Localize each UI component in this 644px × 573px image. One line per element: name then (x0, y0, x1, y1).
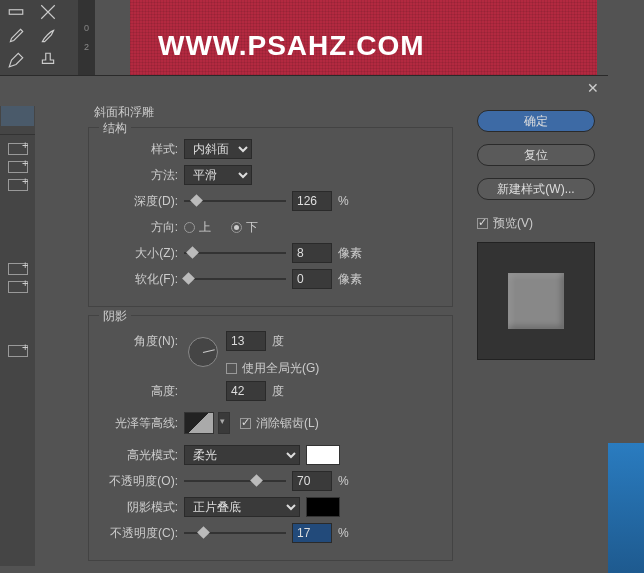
angle-label: 角度(N): (97, 333, 184, 350)
highlight-opacity-slider[interactable] (184, 474, 286, 488)
direction-up-radio[interactable] (184, 222, 195, 233)
style-preview (477, 242, 595, 360)
eyedropper-icon[interactable] (7, 27, 25, 45)
shading-fieldset: 阴影 角度(N): 度 (88, 315, 453, 561)
highlight-opacity-label: 不透明度(O): (97, 473, 184, 490)
angle-input[interactable] (226, 331, 266, 351)
pencil-tool-icon[interactable] (7, 51, 25, 69)
effects-left-panel (0, 100, 78, 573)
dialog-right-panel: 确定 复位 新建样式(W)... 预览(V) (463, 100, 608, 573)
highlight-opacity-unit: % (338, 474, 349, 488)
style-select[interactable]: 内斜面 (184, 139, 252, 159)
size-unit: 像素 (338, 245, 362, 262)
highlight-mode-select[interactable]: 柔光 (184, 445, 300, 465)
soften-input[interactable] (292, 269, 332, 289)
global-light-checkbox[interactable] (226, 363, 237, 374)
style-swatch[interactable] (1, 106, 34, 126)
svg-rect-0 (9, 10, 23, 15)
soften-slider[interactable] (184, 272, 286, 286)
direction-label: 方向: (97, 219, 184, 236)
effect-settings-panel: 斜面和浮雕 结构 样式: 内斜面 方法: 平滑 深度(D): % (78, 100, 463, 573)
expand-icon[interactable] (8, 179, 28, 191)
canvas-blue-area (606, 443, 644, 573)
depth-input[interactable] (292, 191, 332, 211)
shadow-mode-select[interactable]: 正片叠底 (184, 497, 300, 517)
antialias-checkbox[interactable] (240, 418, 251, 429)
antialias-label: 消除锯齿(L) (256, 415, 319, 432)
canvas-text: WWW.PSAHZ.COM (158, 30, 425, 61)
depth-slider[interactable] (184, 194, 286, 208)
ok-button[interactable]: 确定 (477, 110, 595, 132)
depth-unit: % (338, 194, 349, 208)
brush-tool-icon[interactable] (39, 27, 57, 45)
shadow-opacity-input[interactable] (292, 523, 332, 543)
gloss-contour-dropdown[interactable] (218, 412, 230, 434)
structure-fieldset: 结构 样式: 内斜面 方法: 平滑 深度(D): % 方向: (88, 127, 453, 307)
document-canvas: WWW.PSAHZ.COM (130, 0, 597, 75)
crop-tool-icon[interactable] (39, 3, 57, 21)
direction-up-label: 上 (199, 219, 211, 236)
dialog-titlebar: ✕ (0, 76, 608, 100)
expand-icon[interactable] (8, 263, 28, 275)
expand-icon[interactable] (8, 161, 28, 173)
soften-label: 软化(F): (97, 271, 184, 288)
depth-label: 深度(D): (97, 193, 184, 210)
layer-style-dialog: ✕ 斜面和浮雕 结构 样式: 内斜面 (0, 75, 608, 573)
shading-legend: 阴影 (99, 308, 131, 325)
measure-tool-icon[interactable] (7, 3, 25, 21)
new-style-button[interactable]: 新建样式(W)... (477, 178, 595, 200)
size-slider[interactable] (184, 246, 286, 260)
angle-dial[interactable] (188, 337, 218, 367)
expand-icon[interactable] (8, 281, 28, 293)
size-label: 大小(Z): (97, 245, 184, 262)
close-icon[interactable]: ✕ (584, 79, 602, 97)
style-label: 样式: (97, 141, 184, 158)
altitude-input[interactable] (226, 381, 266, 401)
soften-unit: 像素 (338, 271, 362, 288)
highlight-color-swatch[interactable] (306, 445, 340, 465)
shadow-opacity-label: 不透明度(C): (97, 525, 184, 542)
method-select[interactable]: 平滑 (184, 165, 252, 185)
preview-checkbox[interactable] (477, 218, 488, 229)
reset-button[interactable]: 复位 (477, 144, 595, 166)
direction-down-radio[interactable] (231, 222, 242, 233)
expand-icon[interactable] (8, 143, 28, 155)
altitude-label: 高度: (97, 383, 184, 400)
shadow-mode-label: 阴影模式: (97, 499, 184, 516)
highlight-opacity-input[interactable] (292, 471, 332, 491)
altitude-unit: 度 (272, 383, 284, 400)
size-input[interactable] (292, 243, 332, 263)
global-light-label: 使用全局光(G) (242, 360, 319, 377)
stamp-tool-icon[interactable] (39, 51, 57, 69)
method-label: 方法: (97, 167, 184, 184)
shadow-color-swatch[interactable] (306, 497, 340, 517)
expand-icon[interactable] (8, 345, 28, 357)
style-preview-inner (508, 273, 564, 329)
gloss-contour-label: 光泽等高线: (97, 415, 184, 432)
shadow-opacity-unit: % (338, 526, 349, 540)
section-title: 斜面和浮雕 (82, 100, 459, 127)
ruler-vertical: 0 2 (78, 0, 95, 75)
direction-down-label: 下 (246, 219, 258, 236)
shadow-opacity-slider[interactable] (184, 526, 286, 540)
preview-label: 预览(V) (493, 215, 533, 232)
angle-unit: 度 (272, 333, 284, 350)
gloss-contour-thumb[interactable] (184, 412, 214, 434)
structure-legend: 结构 (99, 120, 131, 137)
highlight-mode-label: 高光模式: (97, 447, 184, 464)
